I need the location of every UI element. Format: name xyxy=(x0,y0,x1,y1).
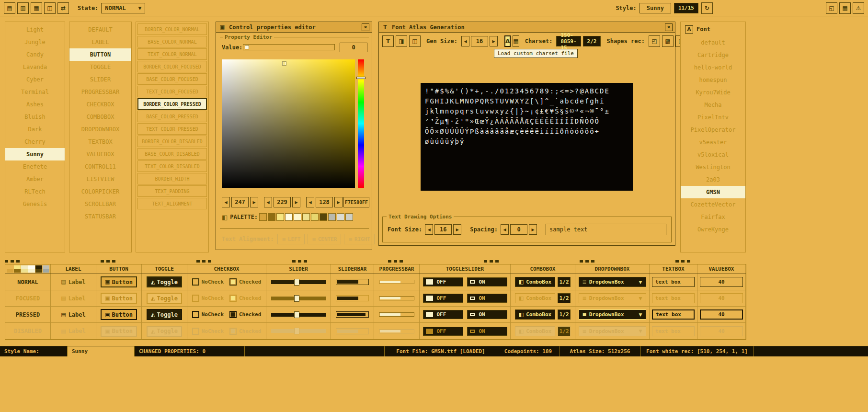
export-style-icon[interactable]: ◫ xyxy=(44,2,56,14)
slider-handle[interactable] xyxy=(294,279,299,286)
decrease-icon[interactable]: ◀ xyxy=(461,36,469,46)
combobox-count[interactable]: 1/2 xyxy=(558,277,571,287)
table-image-icon[interactable]: ▦ xyxy=(839,2,851,14)
list-item-bluish[interactable]: Bluish xyxy=(5,111,65,123)
green-value[interactable]: 229 xyxy=(274,197,291,207)
list-item-border-color-focused[interactable]: BORDER_COLOR_FOCUSED xyxy=(137,61,207,72)
checkbox-unchecked[interactable] xyxy=(192,278,199,286)
preview-sliderbar[interactable] xyxy=(336,328,369,334)
preview-slider[interactable] xyxy=(271,279,326,286)
preview-toggle[interactable]: ◭Toggle xyxy=(147,326,182,337)
shapes-rec-2-icon[interactable]: ▩ xyxy=(662,35,674,47)
increase-icon[interactable]: ▶ xyxy=(292,197,300,207)
preview-textbox[interactable]: text box xyxy=(652,309,695,320)
preview-valuebox[interactable]: 40 xyxy=(700,277,743,287)
preview-slider[interactable] xyxy=(271,295,326,302)
close-icon[interactable]: × xyxy=(362,23,369,31)
list-item-fairfax[interactable]: Fairfax xyxy=(681,211,745,223)
list-item-amber[interactable]: Amber xyxy=(5,173,65,185)
preview-sliderbar[interactable] xyxy=(336,279,369,285)
slider-handle[interactable] xyxy=(294,311,299,318)
preview-valuebox[interactable]: 40 xyxy=(700,326,743,336)
toggle-slider-on[interactable]: ON xyxy=(467,327,507,336)
hex-value-box[interactable]: F7E580FF xyxy=(343,197,369,207)
preview-sliderbar[interactable] xyxy=(336,295,369,301)
list-item-label[interactable]: LABEL xyxy=(69,36,131,48)
state-dropdown[interactable]: NORMAL ▼ xyxy=(101,3,145,13)
list-item-base-color-disabled[interactable]: BASE_COLOR_DISABLED xyxy=(137,148,207,160)
list-item-westington[interactable]: Westington xyxy=(681,161,745,173)
list-item-text-color-normal[interactable]: TEXT_COLOR_NORMAL xyxy=(137,48,207,60)
load-style-icon[interactable]: ▥ xyxy=(17,2,29,14)
list-item-mecha[interactable]: Mecha xyxy=(681,99,745,111)
value-slider-handle[interactable] xyxy=(245,45,249,49)
default-charset-button[interactable]: A xyxy=(504,35,511,47)
list-item-text-color-disabled[interactable]: TEXT_COLOR_DISABLED xyxy=(137,160,207,172)
increase-icon[interactable]: ▶ xyxy=(453,224,461,235)
preview-button[interactable]: ▣Button xyxy=(101,309,137,320)
list-item-text-alignment[interactable]: TEXT_ALIGNMENT xyxy=(137,198,207,209)
list-item-border-width[interactable]: BORDER_WIDTH xyxy=(137,173,207,184)
list-item-statusbar[interactable]: STATUSBAR xyxy=(69,210,131,223)
combobox-count[interactable]: 1/2 xyxy=(558,293,571,303)
sample-text-input[interactable]: sample text xyxy=(546,224,666,235)
shapes-rec-1-icon[interactable]: ◰ xyxy=(649,35,660,47)
blue-value[interactable]: 128 xyxy=(316,197,333,207)
list-item-cozettevector[interactable]: CozetteVector xyxy=(681,198,745,211)
preview-textbox[interactable]: text box xyxy=(652,293,695,303)
list-item-ashes[interactable]: Ashes xyxy=(5,98,65,111)
list-item-combobox[interactable]: COMBOBOX xyxy=(69,111,131,123)
list-item-kyrou7wide[interactable]: Kyrou7Wide xyxy=(681,86,745,99)
list-item-valuebox[interactable]: VALUEBOX xyxy=(69,148,131,160)
list-item-button[interactable]: BUTTON xyxy=(69,48,131,61)
palette-swatch-5[interactable] xyxy=(302,213,310,221)
gen-size-value[interactable]: 16 xyxy=(471,36,488,46)
list-item-enefete[interactable]: Enefete xyxy=(5,160,65,173)
preview-toggle[interactable]: ◭Toggle xyxy=(147,309,182,320)
list-item-pixeloperator[interactable]: PixelOperator xyxy=(681,124,745,136)
list-item-gmsn[interactable]: GMSN xyxy=(681,186,745,198)
list-item-base-color-normal[interactable]: BASE_COLOR_NORMAL xyxy=(137,36,207,47)
value-slider[interactable] xyxy=(243,44,335,50)
decrease-icon[interactable]: ◀ xyxy=(306,197,314,207)
preview-valuebox[interactable]: 40 xyxy=(700,309,743,320)
style-name-button[interactable]: Sunny xyxy=(640,3,671,13)
list-item-toggle[interactable]: TOGGLE xyxy=(69,61,131,73)
toggle-slider-off[interactable]: OFF xyxy=(423,294,463,303)
preview-combobox[interactable]: ◧ComboBox xyxy=(515,326,555,336)
list-item-cartridge[interactable]: Cartridge xyxy=(681,49,745,61)
palette-swatch-2[interactable] xyxy=(276,213,284,221)
preview-toggle[interactable]: ◭Toggle xyxy=(147,293,182,304)
checkbox-checked[interactable] xyxy=(229,278,237,286)
hue-slider-handle[interactable] xyxy=(356,77,365,79)
palette-swatch-7[interactable] xyxy=(320,213,327,221)
text-tool-icon[interactable]: T xyxy=(382,35,394,47)
list-item-light[interactable]: Light xyxy=(5,23,65,36)
toggle-slider-on[interactable]: ON xyxy=(467,277,507,286)
align-left-button[interactable]: ≡LEFT xyxy=(277,234,305,244)
palette-swatch-9[interactable] xyxy=(337,213,344,221)
checkbox-checked[interactable] xyxy=(229,295,237,302)
preview-sliderbar[interactable] xyxy=(336,311,369,318)
preview-valuebox[interactable]: 40 xyxy=(700,293,743,303)
list-item-base-color-pressed[interactable]: BASE_COLOR_PRESSED xyxy=(137,111,207,122)
list-item-progressbar[interactable]: PROGRESSBAR xyxy=(69,86,131,98)
combobox-count[interactable]: 1/2 xyxy=(558,326,571,336)
increase-icon[interactable]: ▶ xyxy=(490,36,498,46)
checkbox-unchecked[interactable] xyxy=(192,295,199,302)
list-item-jungle[interactable]: Jungle xyxy=(5,36,65,48)
preview-toggle[interactable]: ◭Toggle xyxy=(147,276,182,287)
list-item-default[interactable]: DEFAULT xyxy=(69,23,131,36)
list-item-colorpicker[interactable]: COLORPICKER xyxy=(69,185,131,198)
font-size-value[interactable]: 16 xyxy=(434,224,452,235)
list-item-scrollbar[interactable]: SCROLLBAR xyxy=(69,198,131,210)
list-item-border-color-disabled[interactable]: BORDER_COLOR_DISABLED xyxy=(137,136,207,147)
decrease-icon[interactable]: ◀ xyxy=(501,224,509,235)
value-box[interactable]: 0 xyxy=(340,43,367,52)
list-item-genesis[interactable]: Genesis xyxy=(5,198,65,210)
align-right-button[interactable]: ≡RIGHT xyxy=(344,234,375,244)
preview-textbox[interactable]: text box xyxy=(652,326,695,336)
list-item-default[interactable]: default xyxy=(681,36,745,49)
preview-dropdownbox[interactable]: ≡DropdownBox▼ xyxy=(579,277,646,287)
list-item-dropdownbox[interactable]: DROPDOWNBOX xyxy=(69,123,131,136)
